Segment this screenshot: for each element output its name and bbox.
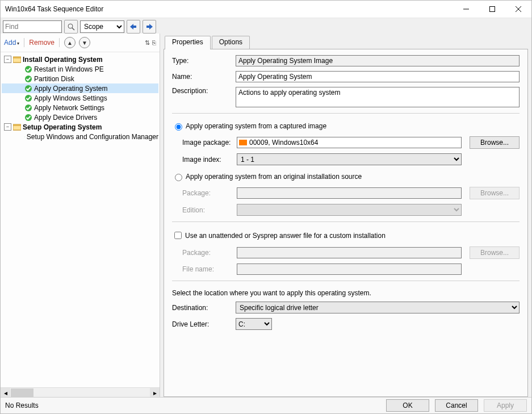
nav-back-button[interactable] bbox=[127, 20, 140, 34]
scroll-thumb[interactable] bbox=[11, 388, 33, 397]
horizontal-scrollbar[interactable]: ◂ ▸ bbox=[1, 387, 160, 398]
tree-label: Setup Operating System bbox=[23, 123, 102, 131]
radio-original-source[interactable]: Apply operating system from an original … bbox=[172, 172, 520, 181]
collapse-icon[interactable]: − bbox=[4, 123, 11, 131]
maximize-button[interactable] bbox=[479, 1, 505, 18]
drive-letter-select[interactable]: C: bbox=[236, 318, 272, 330]
remove-button[interactable]: Remove bbox=[29, 39, 55, 47]
edition-label: Edition: bbox=[182, 206, 237, 214]
divider bbox=[172, 113, 520, 114]
status-bar: No Results OK Cancel Apply bbox=[1, 397, 531, 413]
folder-icon bbox=[13, 123, 21, 131]
svg-rect-1 bbox=[490, 7, 495, 12]
check-icon bbox=[24, 94, 32, 102]
tree-label: Apply Operating System bbox=[34, 85, 107, 93]
tree-label: Install Operating System bbox=[23, 56, 103, 64]
tree-group-install[interactable]: − Install Operating System bbox=[2, 55, 158, 64]
type-field bbox=[236, 55, 520, 66]
image-package-value: 00009, Windows10x64 bbox=[249, 139, 318, 147]
package-field bbox=[237, 187, 462, 199]
window-title: Win10x64 Task Sequence Editor bbox=[5, 5, 453, 13]
radio-input[interactable] bbox=[175, 174, 182, 181]
find-input[interactable] bbox=[3, 20, 62, 33]
details-pane: Properties Options Type: Name: Descripti… bbox=[160, 34, 531, 398]
check-icon bbox=[24, 75, 32, 83]
add-button[interactable]: Add▾ bbox=[4, 39, 19, 47]
divider bbox=[172, 281, 520, 281]
destination-label: Destination: bbox=[172, 304, 236, 312]
svg-rect-7 bbox=[133, 26, 136, 28]
checkbox-label: Use an unattended or Sysprep answer file… bbox=[185, 232, 386, 240]
task-tree[interactable]: − Install Operating System Restart in Wi… bbox=[1, 52, 160, 387]
file-name-field bbox=[237, 264, 462, 275]
tree-item[interactable]: Apply Network Settings bbox=[2, 103, 158, 112]
tree-item[interactable]: Setup Windows and Configuration Manager bbox=[2, 132, 158, 141]
tree-group-setup[interactable]: − Setup Operating System bbox=[2, 122, 158, 132]
name-input[interactable] bbox=[236, 71, 520, 82]
browse-image-button[interactable]: Browse... bbox=[470, 136, 520, 149]
tree-item[interactable]: Restart in Windows PE bbox=[2, 64, 158, 74]
description-label: Description: bbox=[172, 87, 236, 95]
divider bbox=[24, 38, 24, 47]
divider bbox=[172, 221, 520, 222]
image-package-field[interactable]: 00009, Windows10x64 bbox=[237, 137, 462, 148]
package-label: Package: bbox=[182, 189, 237, 197]
titlebar: Win10x64 Task Sequence Editor bbox=[1, 1, 531, 18]
unattended-checkbox[interactable] bbox=[174, 232, 182, 239]
tree-label: Apply Network Settings bbox=[34, 104, 104, 112]
description-input[interactable]: Actions to apply operating system bbox=[236, 87, 520, 107]
answer-package-label: Package: bbox=[182, 249, 237, 257]
tree-item-selected[interactable]: Apply Operating System bbox=[2, 83, 158, 93]
file-name-label: File name: bbox=[182, 265, 237, 273]
radio-captured-image[interactable]: Apply operating system from a captured i… bbox=[172, 122, 520, 131]
destination-select[interactable]: Specific logical drive letter bbox=[236, 302, 520, 313]
move-up-button[interactable]: ▲ bbox=[64, 37, 76, 48]
tab-properties[interactable]: Properties bbox=[165, 36, 211, 49]
scroll-left-icon[interactable]: ◂ bbox=[1, 388, 10, 398]
image-index-select[interactable]: 1 - 1 bbox=[237, 153, 462, 165]
svg-rect-11 bbox=[13, 58, 21, 62]
status-text: No Results bbox=[5, 402, 39, 409]
svg-rect-19 bbox=[13, 126, 21, 130]
cancel-button[interactable]: Cancel bbox=[435, 399, 478, 412]
unattended-checkbox-row[interactable]: Use an unattended or Sysprep answer file… bbox=[172, 230, 520, 241]
svg-point-4 bbox=[68, 24, 73, 28]
minimize-button[interactable] bbox=[453, 1, 479, 18]
sort-button[interactable]: ⇅ bbox=[145, 39, 150, 47]
browse-answer-button: Browse... bbox=[470, 246, 520, 259]
tree-item[interactable]: Partition Disk bbox=[2, 74, 158, 83]
nav-forward-button[interactable] bbox=[143, 20, 156, 34]
apply-button: Apply bbox=[484, 399, 527, 412]
search-button[interactable] bbox=[64, 20, 78, 34]
radio-label: Apply operating system from an original … bbox=[186, 173, 362, 181]
scroll-right-icon[interactable]: ▸ bbox=[150, 388, 160, 398]
tree-pane: Add▾ Remove ▲ ▼ ⇅ ⎘ − Install Operating … bbox=[1, 34, 160, 398]
tree-label: Setup Windows and Configuration Manager bbox=[27, 133, 158, 141]
close-button[interactable] bbox=[505, 1, 531, 18]
tree-label: Apply Device Drivers bbox=[34, 114, 97, 122]
svg-marker-8 bbox=[149, 24, 153, 30]
name-label: Name: bbox=[172, 73, 236, 81]
tab-options[interactable]: Options bbox=[212, 36, 250, 49]
image-index-label: Image index: bbox=[182, 156, 237, 164]
answer-package-field bbox=[237, 247, 462, 258]
tree-item[interactable]: Apply Windows Settings bbox=[2, 93, 158, 103]
svg-marker-6 bbox=[130, 24, 133, 30]
tree-item[interactable]: Apply Device Drivers bbox=[2, 112, 158, 122]
radio-input[interactable] bbox=[175, 123, 182, 131]
move-down-button[interactable]: ▼ bbox=[79, 37, 90, 48]
destination-text: Select the location where you want to ap… bbox=[172, 289, 520, 297]
package-icon bbox=[239, 140, 247, 145]
folder-icon bbox=[13, 56, 21, 64]
drive-letter-label: Drive Letter: bbox=[172, 320, 236, 328]
ok-button[interactable]: OK bbox=[386, 399, 429, 412]
tree-label: Apply Windows Settings bbox=[34, 94, 107, 102]
svg-rect-9 bbox=[146, 26, 149, 28]
type-label: Type: bbox=[172, 57, 236, 65]
check-icon bbox=[24, 133, 25, 141]
options-button[interactable]: ⎘ bbox=[152, 39, 156, 47]
divider bbox=[59, 38, 60, 47]
collapse-icon[interactable]: − bbox=[4, 56, 11, 63]
scope-select[interactable]: Scope bbox=[80, 20, 124, 33]
radio-label: Apply operating system from a captured i… bbox=[186, 122, 326, 130]
